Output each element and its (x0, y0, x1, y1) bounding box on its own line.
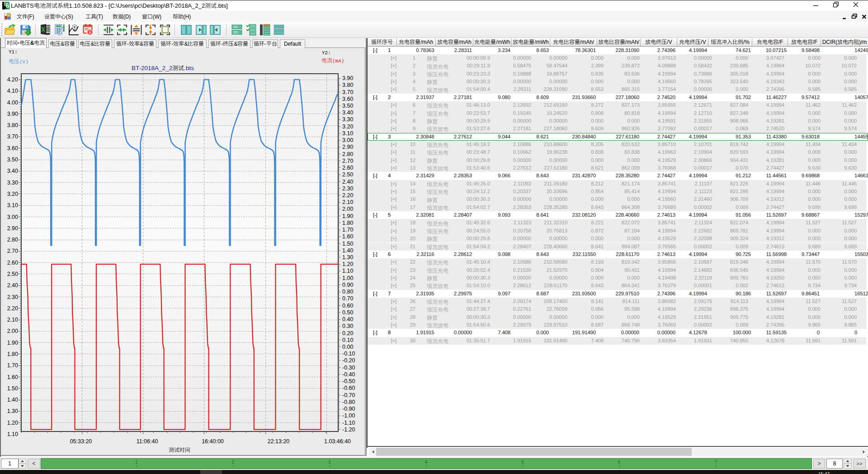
svg-text:1.80: 1.80 (7, 351, 18, 357)
svg-text:-0.20: -0.20 (342, 357, 355, 364)
svg-text:-0.40: -0.40 (342, 371, 355, 378)
svg-text:1.40: 1.40 (7, 397, 18, 403)
svg-text:1.60: 1.60 (7, 374, 18, 380)
svg-text:-1.20: -1.20 (342, 427, 355, 433)
svg-text:16:40:00: 16:40:00 (202, 438, 224, 445)
svg-text:1.20: 1.20 (7, 420, 18, 426)
svg-text:-1.00: -1.00 (342, 412, 355, 419)
svg-text:-0.10: -0.10 (342, 351, 355, 357)
svg-text:1.30: 1.30 (7, 408, 18, 414)
svg-text:11:06:40: 11:06:40 (137, 438, 158, 445)
svg-text:-0.70: -0.70 (342, 392, 355, 398)
svg-text:-0.50: -0.50 (342, 378, 355, 384)
svg-text:-0.60: -0.60 (342, 385, 355, 391)
svg-text:-0.30: -0.30 (342, 365, 355, 371)
svg-text:05:33:20: 05:33:20 (70, 438, 92, 445)
svg-text:-0.90: -0.90 (342, 406, 355, 412)
svg-text:1.70: 1.70 (7, 362, 18, 369)
svg-text:-0.80: -0.80 (342, 399, 355, 405)
svg-text:1.10: 1.10 (7, 431, 18, 437)
svg-text:22:13:20: 22:13:20 (268, 438, 290, 445)
svg-text:1.50: 1.50 (7, 385, 18, 392)
svg-text:1.03:46:40: 1.03:46:40 (324, 438, 351, 445)
svg-text:-1.10: -1.10 (342, 420, 355, 426)
svg-text:0.00: 0.00 (342, 344, 353, 350)
